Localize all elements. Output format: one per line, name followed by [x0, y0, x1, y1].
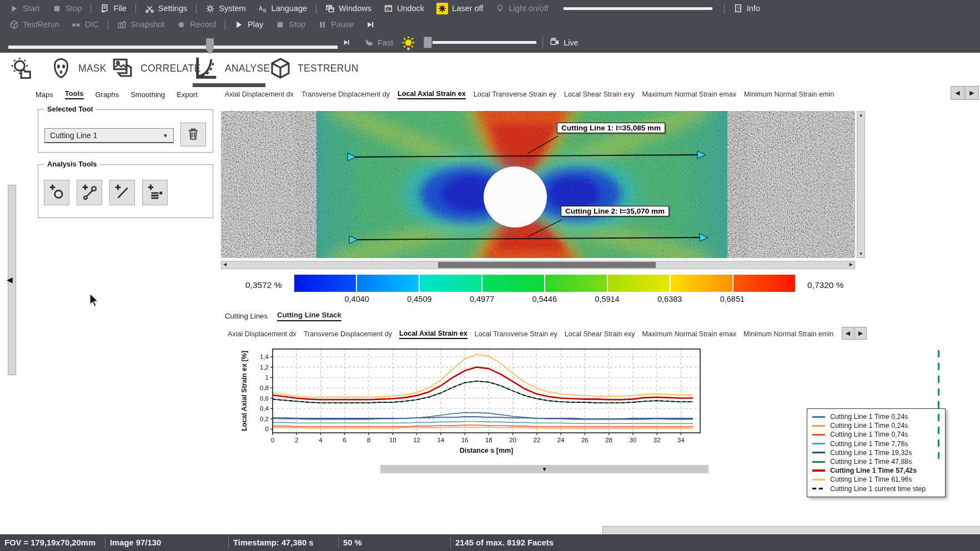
- menu-laser-off-button[interactable]: Laser off: [430, 0, 489, 17]
- tab-export[interactable]: Export: [177, 90, 198, 99]
- map-vertical-scrollbar[interactable]: ▲ ▼: [857, 111, 865, 258]
- acq-record-button[interactable]: Record: [170, 17, 222, 32]
- menu-settings-button[interactable]: Settings: [139, 0, 193, 17]
- map-tab-transverse-displacement-dy[interactable]: Transverse Displacement dy: [301, 90, 390, 98]
- trash-icon: [186, 126, 200, 144]
- acq-step-end-button[interactable]: [360, 17, 381, 32]
- chart-legend: Cutting Line 1 Time 0,24sCutting Line 1 …: [807, 408, 946, 497]
- workflow-step-mask[interactable]: MASK: [50, 57, 107, 80]
- project-button[interactable]: [10, 57, 33, 80]
- collapse-panel-icon[interactable]: ◀: [7, 275, 13, 284]
- live-toggle[interactable]: Live: [550, 37, 579, 48]
- workflow-step-correlate[interactable]: CORRELATE: [111, 57, 200, 80]
- toolbar-separator: [108, 19, 108, 30]
- scroll-marker-icon: ▼: [542, 466, 547, 472]
- acq-testrerun-button[interactable]: TestRerun: [3, 17, 66, 32]
- scroll-right-icon[interactable]: ▶: [850, 262, 853, 267]
- menu-windows-button[interactable]: Windows: [319, 0, 378, 17]
- timeline-slider-handle[interactable]: [206, 38, 214, 54]
- chart-tabs-scroll-right-button[interactable]: ▶: [855, 327, 867, 340]
- playback-toolbar: Fast Live: [0, 32, 980, 53]
- svg-text:34: 34: [677, 437, 685, 443]
- correlate-images-icon: [111, 57, 134, 80]
- menu-light-on-off-button[interactable]: Light on/off: [489, 0, 555, 17]
- tab-cutting-line-stack[interactable]: Cutting Line Stack: [277, 311, 341, 321]
- menu-start-button[interactable]: Start: [3, 0, 46, 17]
- timeline-slider[interactable]: [8, 46, 338, 49]
- chart-ylabel: Local Axial Strain ex [%]: [240, 351, 248, 431]
- selected-tool-dropdown[interactable]: Cutting Line 1 ▼: [44, 128, 174, 143]
- map-tab-axial-displacement-dx[interactable]: Axial Displacement dx: [225, 90, 294, 98]
- settings-label: Settings: [158, 4, 187, 13]
- analyse-curve-icon: [193, 55, 219, 81]
- svg-text:28: 28: [605, 437, 612, 443]
- map-tab-maximum-normal-strain-emax[interactable]: Maximum Normal Strain emax: [642, 90, 736, 98]
- map-tabs-scroll-right-button[interactable]: ▶: [965, 86, 979, 100]
- laser-off-label: Laser off: [452, 4, 483, 13]
- tab-tools[interactable]: Tools: [65, 89, 84, 99]
- chart-tab-local-transverse-strain-ey[interactable]: Local Transverse Strain ey: [475, 330, 557, 338]
- chart-tab-transverse-displacement-dy[interactable]: Transverse Displacement dy: [304, 330, 392, 338]
- legend-label: Cutting Line 1 Time 0,24s: [830, 422, 908, 429]
- light-intensity-slider[interactable]: [564, 7, 712, 10]
- rabbit-icon: [364, 37, 374, 48]
- cutting-line-1-annotation[interactable]: Cutting Line 1: l=35,085 mm: [557, 123, 665, 133]
- menu-info-button[interactable]: ?Info: [727, 0, 766, 17]
- menu-system-button[interactable]: System: [199, 0, 252, 17]
- acq-play-button[interactable]: Play: [228, 17, 269, 32]
- map-scrollbar-thumb[interactable]: [438, 262, 656, 268]
- chart-tab-minimum-normal-strain-emin[interactable]: Minimum Normal Strain emin: [743, 330, 833, 338]
- add-line-endpoints-tool-button[interactable]: [77, 180, 102, 205]
- scale-segment-7: [671, 275, 732, 292]
- playback-speed: Fast: [364, 37, 393, 48]
- status-image-counter: Image 97/130: [105, 537, 229, 549]
- cutting-line-2-annotation[interactable]: Cutting Line 2: l=35,070 mm: [561, 206, 669, 216]
- acq-pause-button[interactable]: Pause: [311, 17, 360, 32]
- live-label: Live: [564, 38, 579, 47]
- legend-label: Cutting Line 1 Time 61,96s: [830, 476, 912, 483]
- menu-undock-button[interactable]: Undock: [378, 0, 430, 17]
- dic-icon: [72, 20, 81, 29]
- bottom-right-scrollbar[interactable]: [602, 526, 980, 534]
- tab-graphs[interactable]: Graphs: [96, 90, 119, 99]
- add-line-stack-tool-button[interactable]: [142, 180, 168, 205]
- tab-cutting-lines[interactable]: Cutting Lines: [225, 312, 268, 320]
- workflow-step-analyse[interactable]: ANALYSE: [193, 55, 270, 81]
- menu-language-button[interactable]: ABLanguage: [252, 0, 314, 17]
- menu-stop-button[interactable]: Stop: [46, 0, 88, 17]
- chart-tab-local-shear-strain-exy[interactable]: Local Shear Strain exy: [565, 330, 635, 338]
- acq-dic-button[interactable]: DIC: [66, 17, 105, 32]
- tab-smoothing[interactable]: Smoothing: [130, 90, 165, 99]
- strain-map-view[interactable]: [221, 111, 855, 258]
- step-to-end-icon[interactable]: [343, 38, 351, 47]
- speed-slider[interactable]: [433, 41, 536, 44]
- chart-tab-axial-displacement-dx[interactable]: Axial Displacement dx: [228, 330, 296, 338]
- tab-maps[interactable]: Maps: [36, 90, 53, 99]
- map-tab-local-shear-strain-exy[interactable]: Local Shear Strain exy: [564, 90, 635, 98]
- add-line-tool-button[interactable]: [109, 180, 135, 205]
- acq-stop2-button[interactable]: Stop: [269, 17, 311, 32]
- map-tabs-scroll-left-button[interactable]: ◀: [951, 86, 964, 100]
- svg-text:B: B: [263, 7, 267, 13]
- map-tab-local-axial-strain-ex[interactable]: Local Axial Strain ex: [398, 90, 466, 99]
- chart-scrollbar[interactable]: ▼: [380, 465, 708, 473]
- acq-snapshot-button[interactable]: Snapshot: [111, 17, 170, 32]
- acquisition-toolbar: TestRerunDICSnapshotRecordPlayStopPause: [0, 17, 980, 32]
- bulb-glow-icon[interactable]: [401, 35, 416, 51]
- chart-tab-maximum-normal-strain-emax[interactable]: Maximum Normal Strain emax: [642, 330, 736, 338]
- delete-tool-button[interactable]: [180, 123, 206, 146]
- menu-file-button[interactable]: File: [94, 0, 132, 17]
- speed-slider-handle[interactable]: [424, 37, 432, 48]
- scroll-left-icon[interactable]: ◀: [223, 262, 227, 267]
- chart-tabs-scroll-left-button[interactable]: ◀: [842, 327, 854, 340]
- add-point-tool-button[interactable]: [44, 180, 69, 205]
- scroll-down-icon[interactable]: ▼: [859, 251, 863, 256]
- chart-tab-local-axial-strain-ex[interactable]: Local Axial Strain ex: [399, 330, 468, 339]
- scroll-up-icon[interactable]: ▲: [859, 113, 863, 118]
- map-tab-local-transverse-strain-ey[interactable]: Local Transverse Strain ey: [474, 90, 556, 98]
- svg-text:0,2: 0,2: [260, 416, 269, 422]
- workflow-step-testrerun[interactable]: TESTRERUN: [269, 57, 359, 80]
- map-horizontal-scrollbar[interactable]: ◀ ▶: [221, 261, 855, 269]
- map-tab-minimum-normal-strain-emin[interactable]: Minimum Normal Strain emin: [744, 90, 834, 98]
- legend-entry: Cutting Line 1 Time 0,74s: [812, 430, 940, 439]
